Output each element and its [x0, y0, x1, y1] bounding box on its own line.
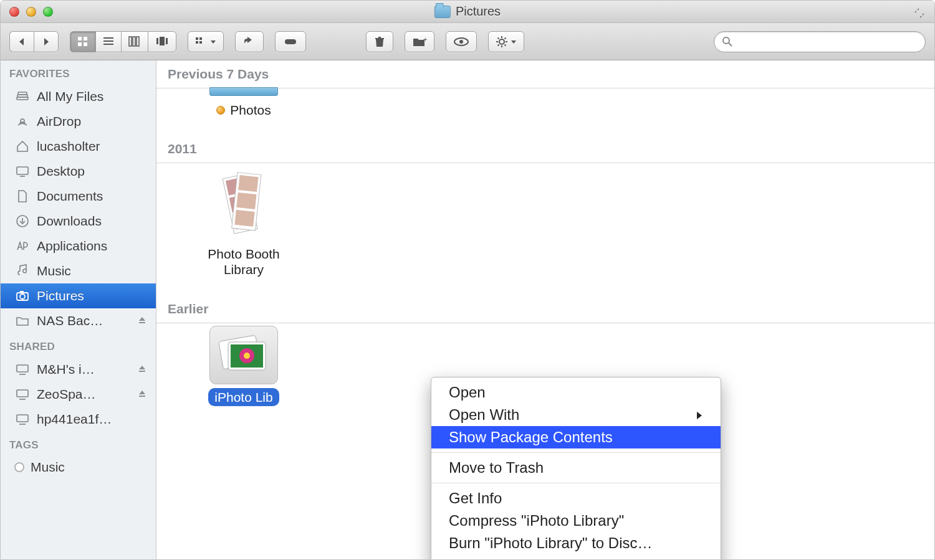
- sidebar-section-favorites: FAVORITES: [1, 60, 156, 84]
- file-label: iPhoto Lib: [208, 388, 279, 406]
- window-title: Pictures: [434, 4, 501, 19]
- svg-line-31: [729, 43, 732, 46]
- iphoto-icon: [209, 326, 278, 384]
- svg-rect-34: [18, 92, 27, 95]
- svg-rect-44: [17, 390, 28, 397]
- sidebar[interactable]: FAVORITES All My Files AirDrop lucasholt…: [1, 60, 156, 559]
- sidebar-item-desktop[interactable]: Desktop: [1, 159, 156, 184]
- sidebar-item-pictures[interactable]: Pictures: [1, 283, 156, 308]
- sidebar-item-nas-backup[interactable]: NAS Bac…: [1, 308, 156, 333]
- svg-rect-15: [199, 37, 202, 40]
- document-icon: [14, 188, 31, 204]
- svg-line-27: [505, 44, 506, 45]
- cm-duplicate[interactable]: Duplicate: [431, 554, 721, 559]
- stack-icon: [14, 88, 31, 105]
- titlebar: Pictures: [1, 1, 934, 23]
- sidebar-item-label: Desktop: [37, 164, 85, 179]
- sidebar-item-documents[interactable]: Documents: [1, 184, 156, 209]
- sidebar-item-label: Music: [37, 263, 71, 278]
- fullscreen-button[interactable]: [913, 7, 926, 19]
- search-input[interactable]: [738, 36, 918, 47]
- back-button[interactable]: [9, 31, 34, 52]
- music-icon: [14, 263, 31, 279]
- sidebar-item-tag-music[interactable]: Music: [1, 455, 156, 479]
- sidebar-item-shared-3[interactable]: hp441ea1f…: [1, 407, 156, 432]
- file-label: Photos: [230, 102, 271, 118]
- file-item-iphoto[interactable]: iPhoto Lib: [194, 326, 294, 406]
- trash-button[interactable]: [366, 31, 393, 52]
- sidebar-item-music[interactable]: Music: [1, 259, 156, 283]
- sidebar-item-label: All My Files: [37, 89, 103, 104]
- cm-burn[interactable]: Burn "iPhoto Library" to Disc…: [431, 532, 721, 554]
- svg-rect-9: [137, 37, 139, 46]
- folder-thumb-icon: [209, 87, 278, 96]
- sidebar-item-shared-1[interactable]: M&H's i…: [1, 357, 156, 382]
- group-body: Photos: [156, 88, 934, 135]
- eject-icon[interactable]: [137, 313, 147, 328]
- forward-button[interactable]: [34, 31, 59, 52]
- svg-line-28: [505, 37, 506, 39]
- minimize-window-button[interactable]: [26, 7, 36, 17]
- svg-rect-12: [166, 38, 168, 44]
- home-icon: [14, 138, 31, 154]
- photobooth-icon: [206, 166, 281, 242]
- sidebar-item-home[interactable]: lucasholter: [1, 134, 156, 159]
- search-field[interactable]: [714, 31, 926, 52]
- sidebar-item-airdrop[interactable]: AirDrop: [1, 109, 156, 134]
- svg-point-40: [20, 294, 25, 299]
- svg-line-29: [498, 44, 499, 45]
- cm-open[interactable]: Open: [431, 381, 721, 404]
- sidebar-item-label: Downloads: [37, 214, 102, 229]
- cm-move-to-trash[interactable]: Move to Trash: [431, 457, 721, 479]
- column-view-button[interactable]: [121, 31, 148, 52]
- tag-orange-icon: [216, 106, 225, 115]
- cm-show-package-contents[interactable]: Show Package Contents: [431, 426, 721, 448]
- zoom-window-button[interactable]: [43, 7, 53, 17]
- file-item-photobooth[interactable]: Photo Booth Library: [194, 166, 294, 277]
- cm-get-info[interactable]: Get Info: [431, 487, 721, 510]
- tag-dot-icon: [14, 462, 24, 472]
- sidebar-item-label: Music: [31, 460, 65, 475]
- folder-icon: [14, 313, 31, 329]
- file-item-photos[interactable]: Photos: [194, 87, 294, 118]
- monitor-icon: [14, 386, 31, 402]
- window-body: FAVORITES All My Files AirDrop lucasholt…: [1, 60, 934, 559]
- close-window-button[interactable]: [9, 7, 19, 17]
- eject-icon[interactable]: [137, 362, 147, 377]
- sidebar-item-label: lucasholter: [37, 139, 100, 154]
- view-buttons: [70, 31, 176, 52]
- quicklook-button[interactable]: [446, 31, 477, 52]
- svg-rect-10: [156, 38, 158, 44]
- cm-compress[interactable]: Compress "iPhoto Library": [431, 510, 721, 532]
- sidebar-item-downloads[interactable]: Downloads: [1, 209, 156, 234]
- icon-view-button[interactable]: [70, 31, 95, 52]
- svg-rect-7: [129, 37, 132, 46]
- group-header: Earlier: [156, 295, 934, 323]
- svg-rect-8: [133, 37, 135, 46]
- sidebar-item-label: M&H's i…: [37, 362, 95, 377]
- arrange-button[interactable]: [188, 31, 224, 52]
- svg-rect-0: [78, 37, 82, 40]
- sidebar-item-shared-2[interactable]: ZeoSpa…: [1, 382, 156, 407]
- cm-open-with[interactable]: Open With: [431, 404, 721, 426]
- svg-rect-46: [17, 415, 28, 422]
- sidebar-item-label: NAS Bac…: [37, 313, 103, 328]
- share-button[interactable]: [235, 31, 264, 52]
- eject-icon[interactable]: [137, 387, 147, 402]
- context-menu: Open Open With Show Package Contents Mov…: [431, 377, 721, 559]
- list-view-button[interactable]: [95, 31, 121, 52]
- download-icon: [14, 213, 31, 229]
- sidebar-section-tags: TAGS: [1, 432, 156, 455]
- sidebar-item-all-my-files[interactable]: All My Files: [1, 84, 156, 109]
- svg-point-20: [459, 40, 463, 44]
- new-folder-button[interactable]: +: [405, 31, 434, 52]
- tags-button[interactable]: [275, 31, 306, 52]
- content-area[interactable]: Previous 7 Days Photos 2011: [156, 60, 934, 559]
- svg-point-21: [499, 39, 504, 44]
- svg-rect-5: [103, 40, 113, 42]
- coverflow-view-button[interactable]: [148, 31, 176, 52]
- action-button[interactable]: [488, 31, 524, 52]
- desktop-icon: [14, 163, 31, 179]
- file-label: Photo Booth Library: [194, 246, 294, 277]
- sidebar-item-applications[interactable]: Applications: [1, 234, 156, 259]
